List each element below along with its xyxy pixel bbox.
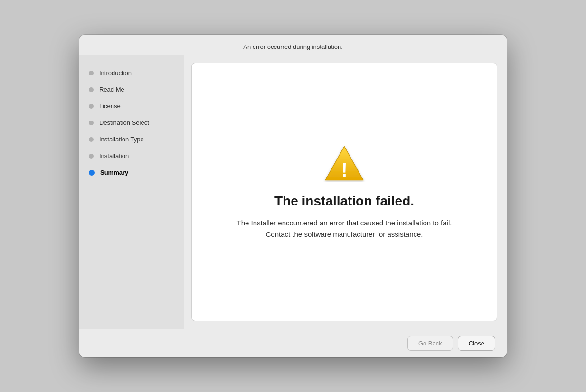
sidebar-label-license: License [99,103,121,110]
sidebar-item-destination-select[interactable]: Destination Select [79,114,184,131]
sidebar-dot-introduction [89,71,94,75]
error-title: The installation failed. [274,194,414,209]
footer-bar: Go Back Close [79,329,507,357]
content-panel: ! The installation failed. The Installer… [191,63,497,321]
sidebar: Introduction Read Me License Destination… [79,55,184,329]
main-content: Introduction Read Me License Destination… [79,55,507,329]
sidebar-dot-read-me [89,87,94,92]
sidebar-item-summary[interactable]: Summary [79,164,184,181]
sidebar-label-read-me: Read Me [99,86,124,93]
sidebar-dot-license [89,104,94,109]
sidebar-dot-installation-type [89,137,94,142]
svg-text:!: ! [341,159,348,180]
go-back-button[interactable]: Go Back [407,336,453,351]
sidebar-item-license[interactable]: License [79,98,184,114]
sidebar-item-installation[interactable]: Installation [79,148,184,164]
sidebar-label-summary: Summary [100,169,128,176]
sidebar-item-introduction[interactable]: Introduction [79,65,184,81]
sidebar-item-installation-type[interactable]: Installation Type [79,131,184,148]
sidebar-item-read-me[interactable]: Read Me [79,81,184,98]
header-bar: An error occurred during installation. [79,35,507,55]
sidebar-dot-summary [89,170,95,176]
installer-window: An error occurred during installation. I… [79,35,507,357]
sidebar-label-installation-type: Installation Type [99,136,144,143]
header-title: An error occurred during installation. [243,43,343,50]
error-description: The Installer encountered an error that … [235,217,454,240]
sidebar-label-installation: Installation [99,152,129,159]
close-button[interactable]: Close [458,336,495,351]
warning-icon: ! [323,144,366,182]
sidebar-label-introduction: Introduction [99,69,132,76]
sidebar-dot-installation [89,154,94,159]
sidebar-dot-destination-select [89,121,94,125]
content-area: ! The installation failed. The Installer… [184,55,507,329]
sidebar-label-destination-select: Destination Select [99,119,149,126]
